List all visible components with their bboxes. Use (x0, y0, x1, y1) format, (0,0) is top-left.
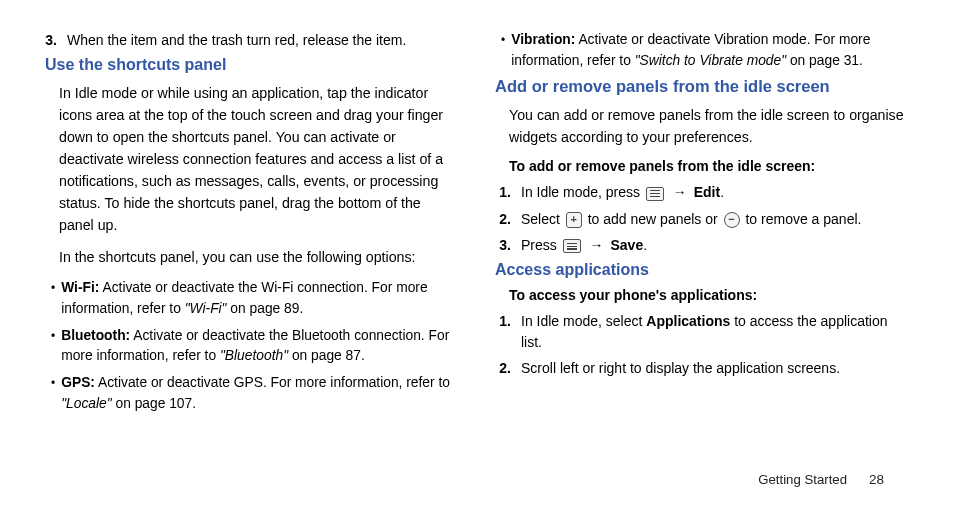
bullet-dot: • (51, 373, 61, 414)
step-text: In Idle mode, select Applications to acc… (521, 311, 909, 352)
step-number: 3. (45, 30, 67, 50)
bullet-ref: "Locale" (61, 396, 111, 411)
subheading-add-remove: To add or remove panels from the idle sc… (495, 158, 909, 174)
step-number: 3. (499, 235, 521, 255)
bullet-ref: "Wi-Fi" (185, 301, 227, 316)
save-bold: Save (610, 237, 643, 253)
step-number: 1. (499, 311, 521, 352)
access-step-2: 2. Scroll left or right to display the a… (495, 358, 909, 378)
step-post: to remove a panel. (745, 211, 861, 227)
page-footer: Getting Started 28 (758, 472, 884, 487)
bullet-text: Wi-Fi: Activate or deactivate the Wi-Fi … (61, 278, 459, 319)
bullet-text: Vibration: Activate or deactivate Vibrat… (511, 30, 909, 71)
step-pre: Press (521, 237, 561, 253)
step-text: Scroll left or right to display the appl… (521, 358, 909, 378)
step-text: In Idle mode, press → Edit. (521, 182, 909, 202)
menu-icon (563, 239, 581, 253)
bullet-wifi: • Wi-Fi: Activate or deactivate the Wi-F… (45, 278, 459, 319)
plus-icon: + (566, 212, 582, 228)
step-number: 1. (499, 182, 521, 202)
menu-icon (646, 187, 664, 201)
step-3: 3. When the item and the trash turn red,… (45, 30, 459, 50)
step-number: 2. (499, 209, 521, 229)
page-content: 3. When the item and the trash turn red,… (0, 0, 954, 420)
step-text: When the item and the trash turn red, re… (67, 30, 459, 50)
bullet-tail: on page 107. (112, 396, 196, 411)
paragraph-shortcuts-intro: In Idle mode or while using an applicati… (45, 82, 459, 236)
paragraph-panels-intro: You can add or remove panels from the id… (495, 104, 909, 148)
bullet-ref: "Bluetooth" (220, 348, 288, 363)
applications-bold: Applications (646, 313, 730, 329)
arrow: → (590, 237, 608, 253)
panels-step-3: 3. Press → Save. (495, 235, 909, 255)
left-column: 3. When the item and the trash turn red,… (45, 30, 459, 420)
step-text: Press → Save. (521, 235, 909, 255)
step-text: Select + to add new panels or − to remov… (521, 209, 909, 229)
bullet-text: GPS: Activate or deactivate GPS. For mor… (61, 373, 459, 414)
bullet-gps: • GPS: Activate or deactivate GPS. For m… (45, 373, 459, 414)
bullet-dot: • (51, 326, 61, 367)
access-step-1: 1. In Idle mode, select Applications to … (495, 311, 909, 352)
step-pre: Select (521, 211, 564, 227)
footer-page-number: 28 (869, 472, 884, 487)
step-pre: In Idle mode, press (521, 184, 644, 200)
paragraph-options-intro: In the shortcuts panel, you can use the … (45, 246, 459, 268)
subheading-access-apps: To access your phone's applications: (495, 287, 909, 303)
panels-step-1: 1. In Idle mode, press → Edit. (495, 182, 909, 202)
heading-access-applications: Access applications (495, 261, 909, 279)
heading-add-remove-panels: Add or remove panels from the idle scree… (495, 77, 909, 96)
step-pre: In Idle mode, select (521, 313, 646, 329)
bullet-bold: Vibration: (511, 32, 575, 47)
bullet-bold: GPS: (61, 375, 95, 390)
bullet-bold: Wi-Fi: (61, 280, 99, 295)
edit-bold: Edit (694, 184, 720, 200)
bullet-tail: on page 31. (786, 53, 863, 68)
minus-icon: − (724, 212, 740, 228)
footer-section: Getting Started (758, 472, 847, 487)
bullet-dot: • (51, 278, 61, 319)
bullet-vibration: • Vibration: Activate or deactivate Vibr… (495, 30, 909, 71)
bullet-text: Bluetooth: Activate or deactivate the Bl… (61, 326, 459, 367)
period: . (643, 237, 647, 253)
step-mid: to add new panels or (588, 211, 722, 227)
heading-use-shortcuts: Use the shortcuts panel (45, 56, 459, 74)
period: . (720, 184, 724, 200)
bullet-bold: Bluetooth: (61, 328, 130, 343)
panels-step-2: 2. Select + to add new panels or − to re… (495, 209, 909, 229)
bullet-dot: • (501, 30, 511, 71)
right-column: • Vibration: Activate or deactivate Vibr… (495, 30, 909, 420)
bullet-tail: on page 89. (227, 301, 304, 316)
bullet-bluetooth: • Bluetooth: Activate or deactivate the … (45, 326, 459, 367)
arrow: → (673, 184, 691, 200)
step-number: 2. (499, 358, 521, 378)
bullet-rest: Activate or deactivate GPS. For more inf… (95, 375, 450, 390)
bullet-tail: on page 87. (288, 348, 365, 363)
bullet-ref: "Switch to Vibrate mode" (635, 53, 786, 68)
